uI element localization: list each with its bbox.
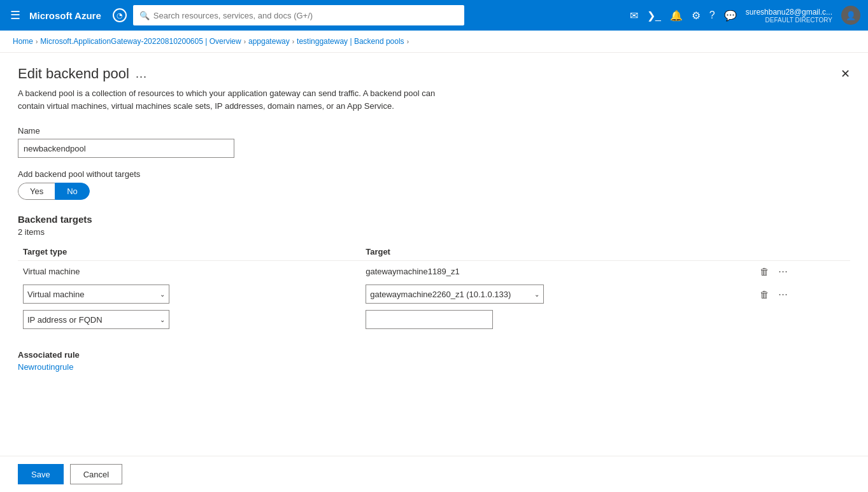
toggle-label: Add backend pool without targets [18,169,850,179]
table-row: IP address or FQDN Virtual machine App S… [18,307,850,332]
top-navigation: ☰ Microsoft Azure ◔ 🔍 ✉ ❯_ 🔔 ⚙ ? 💬 sures… [0,0,868,31]
feedback-icon[interactable]: ✉ [630,10,638,22]
help-icon[interactable]: ? [709,10,715,21]
panel-description: A backend pool is a collection of resour… [18,87,438,112]
dropdown-arrow-icon: ⌄ [160,291,165,298]
row2-more-icon[interactable]: ⋯ [776,287,790,301]
row1-type: Virtual machine [18,261,360,282]
notifications-icon[interactable]: 🔔 [670,10,683,22]
row2-target-select[interactable]: gatewaymachine2260_z1 (10.1.0.133) gatew… [370,290,534,299]
row3-target-cell [360,307,752,332]
row2-actions: 🗑 ⋯ [757,287,845,301]
search-bar[interactable]: 🔍 [133,5,464,25]
row1-more-icon[interactable]: ⋯ [776,264,790,278]
row2-target-cell: gatewaymachine2260_z1 (10.1.0.133) gatew… [360,281,752,307]
table-header-row: Target type Target [18,243,850,261]
row3-type-select[interactable]: IP address or FQDN Virtual machine App S… [27,315,160,325]
main-panel: Edit backend pool ... ✕ A backend pool i… [0,53,868,491]
row3-type-dropdown[interactable]: IP address or FQDN Virtual machine App S… [23,310,169,329]
portal-icon[interactable]: ◔ [113,8,127,22]
dropdown-arrow3-icon: ⌄ [160,316,165,323]
breadcrumb-appgw[interactable]: Microsoft.ApplicationGateway-20220810200… [40,37,241,46]
col-target: Target [360,243,752,261]
toggle-no[interactable]: No [55,183,90,200]
cancel-button[interactable]: Cancel [70,464,122,484]
backend-targets-title: Backend targets [18,214,850,225]
toggle-group: Yes No [18,183,90,200]
search-icon: 🔍 [139,11,150,20]
row3-type-cell: IP address or FQDN Virtual machine App S… [18,307,360,332]
search-input[interactable] [153,11,458,20]
panel-title: Edit backend pool [18,66,129,82]
associated-rule-label: Associated rule [18,350,850,360]
breadcrumb-sep-3: › [292,38,294,45]
targets-table: Target type Target Virtual machine gatew… [18,243,850,332]
breadcrumb-sep-1: › [36,38,38,45]
user-directory: DEFAULT DIRECTORY [765,17,832,24]
row2-delete-icon[interactable]: 🗑 [757,288,772,301]
close-button[interactable]: ✕ [841,67,850,81]
breadcrumb-pools[interactable]: testinggateway | Backend pools [297,37,404,46]
breadcrumb-sep-2: › [244,38,246,45]
row2-type-dropdown[interactable]: Virtual machine IP address or FQDN App S… [23,285,169,304]
associated-rule-section: Associated rule Newroutingrule [18,350,850,372]
azure-logo: Microsoft Azure [29,10,101,21]
cloud-shell-icon[interactable]: ❯_ [647,10,661,22]
table-row: Virtual machine gatewaymachine1189_z1 🗑 … [18,261,850,282]
settings-icon[interactable]: ⚙ [692,10,701,22]
dropdown-arrow2-icon: ⌄ [534,291,539,298]
items-count: 2 items [18,227,850,237]
panel-header: Edit backend pool ... ✕ [18,66,850,82]
row2-type-select[interactable]: Virtual machine IP address or FQDN App S… [27,290,160,299]
row1-target: gatewaymachine1189_z1 [360,261,752,282]
associated-rule-link[interactable]: Newroutingrule [18,362,73,372]
table-row: Virtual machine IP address or FQDN App S… [18,281,850,307]
breadcrumb-home[interactable]: Home [13,37,33,46]
row2-target-dropdown[interactable]: gatewaymachine2260_z1 (10.1.0.133) gatew… [366,285,544,304]
toggle-yes[interactable]: Yes [18,183,55,200]
avatar[interactable]: 👤 [841,6,860,25]
name-input[interactable] [18,139,234,158]
hamburger-icon[interactable]: ☰ [8,6,23,25]
row3-target-input[interactable] [366,310,493,329]
save-button[interactable]: Save [18,464,64,484]
row1-actions: 🗑 ⋯ [757,264,845,278]
footer-bar: Save Cancel [0,456,868,491]
name-label: Name [18,126,850,136]
nav-icons: ✉ ❯_ 🔔 ⚙ ? 💬 sureshbanu28@gmail.c... DEF… [630,6,860,25]
breadcrumb-gateway[interactable]: appgateway [248,37,290,46]
user-info: sureshbanu28@gmail.c... DEFAULT DIRECTOR… [746,8,832,24]
breadcrumb-sep-4: › [407,38,409,45]
row1-delete-icon[interactable]: 🗑 [757,265,772,278]
user-name: sureshbanu28@gmail.c... [746,8,832,17]
col-target-type: Target type [18,243,360,261]
panel-more-options[interactable]: ... [136,67,147,81]
breadcrumb: Home › Microsoft.ApplicationGateway-2022… [0,31,868,53]
feedback2-icon[interactable]: 💬 [724,10,737,22]
row2-type-cell: Virtual machine IP address or FQDN App S… [18,281,360,307]
